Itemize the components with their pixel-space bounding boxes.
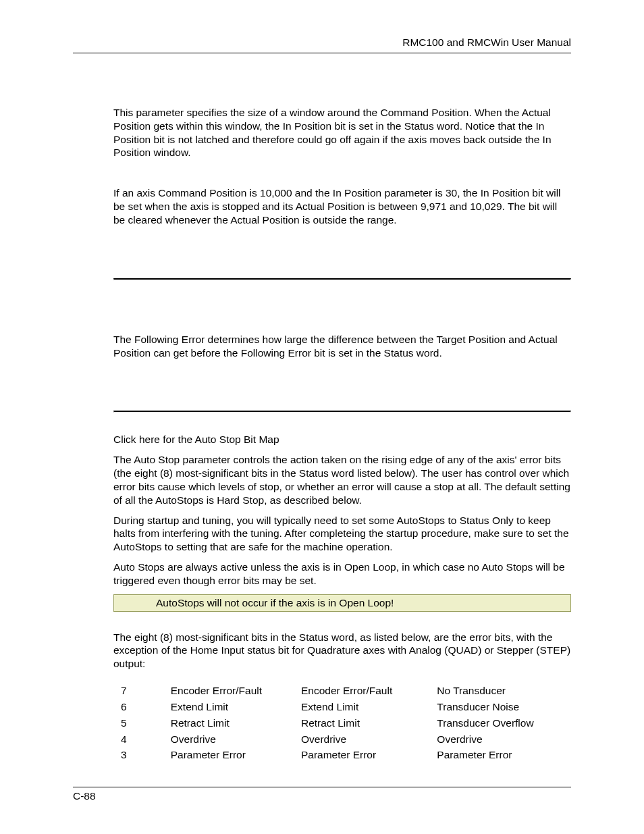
table-row: 5 Retract Limit Retract Limit Transducer…	[113, 715, 571, 731]
page-number: C-88	[73, 790, 96, 802]
bit-col1: Encoder Error/Fault	[171, 683, 301, 699]
table-row: 7 Encoder Error/Fault Encoder Error/Faul…	[113, 683, 571, 699]
para-inposition-1: This parameter specifies the size of a w…	[113, 106, 571, 159]
para-autostop-1: The Auto Stop parameter controls the act…	[113, 453, 571, 506]
bit-number: 4	[113, 731, 171, 748]
bit-col1: Retract Limit	[171, 715, 301, 731]
bit-col1: Extend Limit	[171, 699, 301, 715]
page-content: This parameter specifies the size of a w…	[73, 53, 571, 763]
bit-number: 6	[113, 699, 171, 715]
bit-col2: Overdrive	[301, 731, 437, 748]
header-title: RMC100 and RMCWin User Manual	[402, 36, 571, 48]
bit-col1: Overdrive	[171, 731, 301, 748]
page: RMC100 and RMCWin User Manual This param…	[0, 0, 644, 834]
bit-col2: Retract Limit	[301, 715, 437, 731]
para-autostop-4: The eight (8) most-significant bits in t…	[113, 631, 571, 671]
note-openloop: AutoStops will not occur if the axis is …	[113, 594, 571, 612]
bit-number: 3	[113, 747, 171, 763]
bit-col3: No Transducer	[437, 683, 571, 699]
page-header: RMC100 and RMCWin User Manual	[73, 0, 571, 53]
para-autostop-2: During startup and tuning, you will typi…	[113, 514, 571, 554]
para-inposition-2: If an axis Command Position is 10,000 an…	[113, 186, 571, 226]
table-row: 4 Overdrive Overdrive Overdrive	[113, 731, 571, 748]
table-row: 3 Parameter Error Parameter Error Parame…	[113, 747, 571, 763]
table-row: 6 Extend Limit Extend Limit Transducer N…	[113, 699, 571, 715]
bits-table: 7 Encoder Error/Fault Encoder Error/Faul…	[113, 683, 571, 763]
bit-col2: Encoder Error/Fault	[301, 683, 437, 699]
bit-col3: Transducer Overflow	[437, 715, 571, 731]
bit-number: 7	[113, 683, 171, 699]
para-autostop-3: Auto Stops are always active unless the …	[113, 561, 571, 588]
bit-number: 5	[113, 715, 171, 731]
link-autostop-bitmap[interactable]: Click here for the Auto Stop Bit Map	[113, 433, 571, 446]
bit-col3: Overdrive	[437, 731, 571, 748]
bit-col3: Parameter Error	[437, 747, 571, 763]
bit-col2: Parameter Error	[301, 747, 437, 763]
bit-col3: Transducer Noise	[437, 699, 571, 715]
bit-col2: Extend Limit	[301, 699, 437, 715]
note-text: AutoStops will not occur if the axis is …	[156, 597, 394, 608]
bit-col1: Parameter Error	[171, 747, 301, 763]
para-following-error: The Following Error determines how large…	[113, 333, 571, 360]
page-footer: C-88	[73, 787, 571, 802]
